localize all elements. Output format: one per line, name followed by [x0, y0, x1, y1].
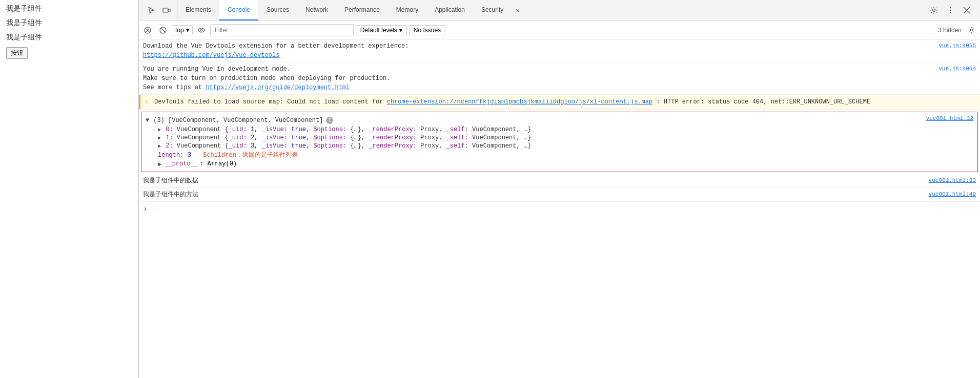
- console-entry-devtools: Download the Vue Devtools extension for …: [139, 39, 980, 62]
- location-vue9064[interactable]: vue.js:9064: [938, 65, 976, 73]
- console-entry-devmode: You are running Vue in development mode.…: [139, 62, 980, 95]
- source-map-link[interactable]: chrome-extension://ncennffkjdiamlpmcbajk…: [387, 98, 652, 106]
- hidden-settings-icon[interactable]: [965, 24, 978, 37]
- hidden-badge: 3 hidden: [938, 24, 978, 37]
- context-dropdown-icon: ▾: [186, 27, 189, 34]
- devtools-tabs-toolbar: Elements Console Sources Network Perform…: [139, 0, 980, 21]
- console-entry-data: 我是子组件中的数据 vue001.html:33: [139, 174, 980, 188]
- tab-memory[interactable]: Memory: [388, 0, 426, 20]
- array-header: ▼ (3) [VueComponent, VueComponent, VueCo…: [146, 115, 531, 125]
- tab-security[interactable]: Security: [473, 0, 512, 20]
- deployment-link[interactable]: https://vuejs.org/guide/deployment.html: [206, 84, 350, 91]
- item-expand-1[interactable]: ▶: [158, 135, 161, 141]
- vue-devtools-link[interactable]: https://github.com/vuejs/vue-devtools: [143, 52, 279, 59]
- array-output-container: ▼ (3) [VueComponent, VueComponent, VueCo…: [141, 112, 978, 172]
- array-item-2: ▶ 2: VueComponent {_uid: 3, _isVue: true…: [146, 142, 531, 150]
- tab-application[interactable]: Application: [426, 0, 473, 20]
- tab-elements[interactable]: Elements: [177, 0, 219, 20]
- tab-console[interactable]: Console: [219, 0, 258, 20]
- prompt-caret-icon: ›: [143, 205, 147, 213]
- svg-point-5: [950, 12, 951, 13]
- issues-button[interactable]: No Issues: [409, 25, 445, 35]
- item-expand-2[interactable]: ▶: [158, 143, 161, 149]
- svg-point-10: [970, 29, 972, 31]
- array-length: length: 3 $children，返回的是子组件列表: [146, 150, 531, 160]
- console-prompt[interactable]: ›: [139, 202, 980, 216]
- item-expand-0[interactable]: ▶: [158, 127, 161, 133]
- tab-network[interactable]: Network: [297, 0, 336, 20]
- console-entry-warning: ⚠ DevTools failed to load source map: Co…: [139, 95, 980, 110]
- array-item-1: ▶ 1: VueComponent {_uid: 2, _isVue: true…: [146, 134, 531, 142]
- console-content: Download the Vue Devtools extension for …: [139, 39, 980, 378]
- tab-sources[interactable]: Sources: [258, 0, 297, 20]
- svg-point-3: [950, 7, 951, 8]
- filter-input[interactable]: [210, 24, 354, 36]
- svg-point-4: [950, 10, 951, 11]
- proto-expand-icon[interactable]: ▶: [158, 160, 161, 168]
- svg-point-9: [200, 29, 202, 31]
- devtools-panel: Elements Console Sources Network Perform…: [138, 0, 980, 378]
- child-text-1: 我是子组件: [6, 4, 132, 13]
- svg-point-8: [198, 28, 205, 32]
- console-toolbar: top ▾ Default levels ▾ No Issues 3 hidde…: [139, 21, 980, 39]
- log-data-text: 我是子组件中的数据: [143, 176, 921, 185]
- svg-rect-1: [168, 9, 170, 12]
- settings-icon[interactable]: [927, 3, 941, 17]
- location-vue9055[interactable]: vue.js:9055: [938, 41, 976, 50]
- svg-rect-0: [163, 8, 168, 12]
- location-vue001-49[interactable]: vue001.html:49: [929, 190, 976, 199]
- devtools-tabs: Elements Console Sources Network Perform…: [177, 0, 923, 20]
- context-selector[interactable]: top ▾: [172, 25, 193, 35]
- warning-triangle-icon: ⚠: [145, 98, 149, 106]
- array-item-0: ▶ 0: VueComponent {_uid: 1, _isVue: true…: [146, 125, 531, 134]
- proto-line: ▶ __proto__ : Array(0): [146, 160, 531, 169]
- log-method-text: 我是子组件中的方法: [143, 190, 921, 199]
- inspect-icon[interactable]: [144, 3, 158, 17]
- child-text-3: 我是子组件: [6, 33, 132, 42]
- devtools-right-icons: [923, 3, 978, 17]
- console-entry-method: 我是子组件中的方法 vue001.html:49: [139, 188, 980, 202]
- close-icon[interactable]: [959, 3, 974, 17]
- svg-point-2: [933, 9, 935, 12]
- button[interactable]: 按钮: [6, 47, 28, 59]
- clear-console-button[interactable]: [141, 24, 154, 37]
- location-vue001-33[interactable]: vue001.html:33: [929, 176, 976, 185]
- toolbar-icons: [141, 0, 177, 20]
- app-panel: 我是子组件 我是子组件 我是子组件 按钮: [0, 0, 138, 378]
- block-icon-button[interactable]: [156, 24, 170, 37]
- more-options-icon[interactable]: [943, 3, 957, 17]
- expand-icon[interactable]: ▼: [146, 117, 149, 124]
- child-text-2: 我是子组件: [6, 18, 132, 28]
- array-info-icon[interactable]: i: [326, 117, 333, 124]
- annotation-text: $children，返回的是子组件列表: [203, 152, 298, 159]
- levels-dropdown[interactable]: Default levels ▾: [356, 25, 407, 35]
- device-toolbar-icon[interactable]: [159, 3, 174, 17]
- location-vue001-32[interactable]: vue001.html:32: [926, 115, 973, 121]
- array-output: ▼ (3) [VueComponent, VueComponent, VueCo…: [146, 115, 531, 169]
- eye-icon-button[interactable]: [195, 24, 208, 37]
- levels-chevron-icon: ▾: [399, 27, 402, 34]
- context-value: top: [175, 27, 184, 34]
- tab-performance[interactable]: Performance: [336, 0, 388, 20]
- more-tabs-icon[interactable]: »: [512, 0, 524, 20]
